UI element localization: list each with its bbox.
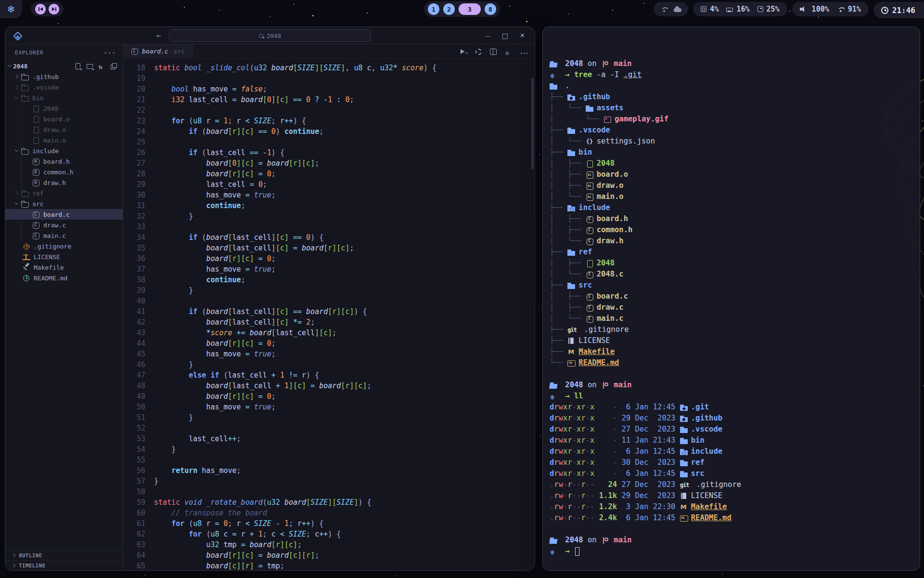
refresh-button[interactable] — [99, 63, 105, 69]
code-line-45[interactable]: 45 has_move = true; — [123, 349, 535, 359]
workspace-8[interactable]: 8 — [485, 3, 496, 15]
explorer-item-src[interactable]: src — [5, 198, 123, 209]
explorer-root-row[interactable]: 2048 — [5, 61, 123, 71]
code-line-39[interactable]: 39 } — [123, 285, 535, 296]
code-line-23[interactable]: 23 for (u8 r = 1; r < SIZE; r++) { — [123, 116, 535, 126]
code-line-32[interactable]: 32 } — [123, 211, 535, 222]
code-line-48[interactable]: 48 board[last_cell + 1][c] = board[r][c]… — [123, 381, 535, 391]
code-line-62[interactable]: 62 for (u8 c = r + 1; c < SIZE; c++) { — [123, 529, 535, 539]
code-line-44[interactable]: 44 board[r][c] = 0; — [123, 338, 535, 349]
explorer-item-bin[interactable]: bin — [5, 92, 123, 103]
editor-titlebar[interactable]: 2048 — [5, 27, 535, 44]
code-line-52[interactable]: 52 — [123, 423, 535, 434]
code-editor[interactable]: 18static bool _slide_col(u32 board[SIZE]… — [123, 59, 535, 571]
close-button[interactable] — [505, 48, 513, 55]
code-line-36[interactable]: 36 board[r][c] = 0; — [123, 253, 535, 264]
code-line-34[interactable]: 34 if (board[last_cell][c] == 0) { — [123, 232, 535, 243]
minimize-button[interactable] — [485, 32, 490, 39]
code-line-58[interactable]: 58 — [123, 486, 535, 497]
audio-network-pill[interactable]: 100%91% — [792, 2, 869, 16]
explorer-item-draw.o[interactable]: draw.o — [5, 124, 123, 135]
panel-outline[interactable]: OUTLINE — [5, 551, 123, 561]
code-line-53[interactable]: 53 last_cell++; — [123, 434, 535, 444]
explorer-item-.vscode[interactable]: .vscode — [5, 82, 123, 92]
settings-button[interactable] — [475, 49, 482, 55]
code-line-50[interactable]: 50 has_move = true; — [123, 402, 535, 412]
code-line-20[interactable]: 20 bool has_move = false; — [123, 84, 535, 94]
code-line-35[interactable]: 35 board[last_cell][c] = board[r][c]; — [123, 243, 535, 253]
collapse-all-button[interactable] — [111, 63, 117, 69]
editor-scrollbar[interactable] — [531, 78, 534, 170]
code-line-24[interactable]: 24 if (board[r][c] == 0) continue; — [123, 126, 535, 137]
workspace-2[interactable]: 2 — [443, 3, 455, 15]
code-line-56[interactable]: 56 return has_move; — [123, 465, 535, 476]
workspace-1[interactable]: 1 — [428, 3, 439, 15]
terminal-window[interactable]: 2048 on main → tree -a -I .git .├── .git… — [542, 26, 920, 571]
code-line-63[interactable]: 63 u32 tmp = board[r][c]; — [123, 539, 535, 550]
code-line-21[interactable]: 21 i32 last_cell = board[0][c] == 0 ? -1… — [123, 94, 535, 105]
code-line-65[interactable]: 65 board[c][r] = tmp; — [123, 561, 535, 571]
explorer-item-LICENSE[interactable]: LICENSE — [5, 251, 123, 262]
close-button[interactable] — [520, 32, 525, 39]
code-line-42[interactable]: 42 board[last_cell][c] *= 2; — [123, 317, 535, 328]
code-line-30[interactable]: 30 has_move = true; — [123, 190, 535, 200]
code-line-40[interactable]: 40 — [123, 296, 535, 306]
explorer-item-ref[interactable]: ref — [5, 188, 123, 198]
explorer-item-draw.h[interactable]: draw.h — [5, 177, 123, 188]
explorer-more-icon[interactable] — [103, 49, 116, 56]
explorer-item-board.h[interactable]: board.h — [5, 156, 123, 167]
more-button[interactable] — [520, 48, 528, 55]
code-line-37[interactable]: 37 has_move = true; — [123, 264, 535, 275]
code-line-47[interactable]: 47 else if (last_cell + 1 != r) { — [123, 370, 535, 381]
code-line-27[interactable]: 27 board[0][c] = board[r][c]; — [123, 158, 535, 169]
launcher-button[interactable] — [0, 0, 22, 18]
new-folder-button[interactable] — [87, 63, 93, 69]
code-line-54[interactable]: 54 } — [123, 444, 535, 455]
explorer-item-main.o[interactable]: main.o — [5, 135, 123, 145]
code-line-55[interactable]: 55 — [123, 455, 535, 465]
code-line-64[interactable]: 64 board[r][c] = board[c][r]; — [123, 550, 535, 561]
workspace-3[interactable]: 3 — [459, 3, 481, 15]
code-line-31[interactable]: 31 continue; — [123, 200, 535, 211]
run-button[interactable] — [460, 48, 468, 55]
code-line-28[interactable]: 28 board[r][c] = 0; — [123, 169, 535, 179]
explorer-item-include[interactable]: include — [5, 145, 123, 156]
explorer-item-Makefile[interactable]: Makefile — [5, 262, 123, 273]
cloud-icon[interactable] — [674, 8, 681, 12]
explorer-item-board.c[interactable]: board.c — [5, 209, 123, 220]
explorer-item-draw.c[interactable]: draw.c — [5, 220, 123, 230]
explorer-item-.gitignore[interactable]: .gitignore — [5, 241, 123, 251]
code-line-51[interactable]: 51 } — [123, 412, 535, 423]
wifi-icon[interactable] — [660, 7, 668, 12]
code-line-22[interactable]: 22 — [123, 105, 535, 116]
code-line-25[interactable]: 25 — [123, 137, 535, 147]
skip-back-button[interactable] — [35, 4, 46, 14]
code-line-43[interactable]: 43 *score += board[last_cell][c]; — [123, 328, 535, 338]
nav-back-icon[interactable] — [156, 31, 161, 40]
new-file-button[interactable] — [75, 63, 81, 69]
code-line-18[interactable]: 18static bool _slide_col(u32 board[SIZE]… — [123, 63, 535, 73]
panel-timeline[interactable]: TIMELINE — [5, 561, 123, 571]
command-center-search[interactable]: 2048 — [169, 29, 371, 42]
explorer-item-.github[interactable]: .github — [5, 71, 123, 82]
split-button[interactable] — [489, 48, 497, 55]
code-line-33[interactable]: 33 — [123, 222, 535, 232]
code-line-26[interactable]: 26 if (last_cell == -1) { — [123, 147, 535, 158]
code-line-19[interactable]: 19 — [123, 73, 535, 84]
maximize-button[interactable] — [502, 32, 508, 39]
code-line-38[interactable]: 38 continue; — [123, 275, 535, 285]
code-line-29[interactable]: 29 last_cell = 0; — [123, 179, 535, 190]
explorer-item-main.c[interactable]: main.c — [5, 230, 123, 241]
explorer-item-common.h[interactable]: common.h — [5, 167, 123, 177]
code-line-41[interactable]: 41 if (board[last_cell][c] == board[r][c… — [123, 306, 535, 317]
code-line-57[interactable]: 57} — [123, 476, 535, 486]
tab-board-c[interactable]: board.c src — [123, 44, 193, 59]
tray-icons-pill[interactable] — [654, 2, 688, 16]
code-line-46[interactable]: 46 } — [123, 359, 535, 370]
explorer-item-board.o[interactable]: board.o — [5, 114, 123, 124]
code-line-61[interactable]: 61 for (u8 r = 0; r < SIZE - 1; r++) { — [123, 518, 535, 529]
code-line-60[interactable]: 60 // transpose the board — [123, 508, 535, 518]
code-line-59[interactable]: 59static void _rotate_board(u32 board[SI… — [123, 497, 535, 508]
explorer-item-2048[interactable]: 2048 — [5, 103, 123, 114]
explorer-item-README.md[interactable]: README.md — [5, 273, 123, 283]
